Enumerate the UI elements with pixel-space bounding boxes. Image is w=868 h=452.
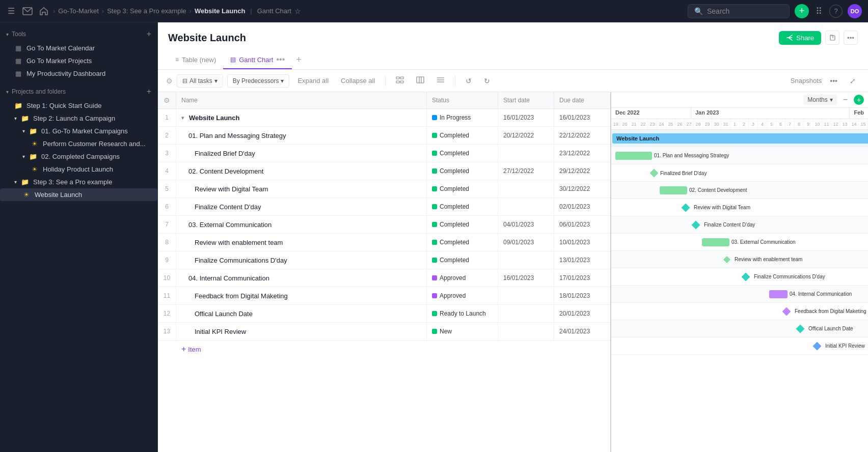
filter-icon: ⊟ [182,77,187,84]
breadcrumb-website-launch[interactable]: Website Launch [195,7,245,15]
sidebar-item-perform-research[interactable]: ☀ Perform Customer Research and... [0,137,157,150]
tools-add-icon[interactable]: + [147,30,151,39]
row-status-8: Completed [427,234,498,251]
status-dot-12 [432,311,437,316]
launch-campaign-chevron: ▾ [14,116,17,121]
add-item-row[interactable]: + Item [158,341,610,358]
row-name-6[interactable]: Finalize Content D'day [176,198,427,215]
favorite-icon[interactable]: ☆ [294,7,301,15]
add-button[interactable]: + [795,4,809,18]
row-name-1[interactable]: ▾ Website Launch [176,109,427,126]
table-row: 7 03. External Communication Completed 0… [158,216,610,234]
breadcrumb-gantt[interactable]: Gantt Chart [257,7,291,15]
zoom-out-button[interactable]: − [841,94,850,105]
search-bar[interactable]: 🔍 Search [688,4,790,18]
predecessor-button[interactable]: By Predecessors ▾ [227,74,290,88]
copy-icon-button[interactable] [825,31,839,45]
gantt-day: 23 [648,119,657,129]
sidebar-item-my-productivity[interactable]: ▦ My Productivity Dashboard [0,67,157,80]
sidebar-item-launch-campaign[interactable]: ▾ 📁 Step 2: Launch a Campaign [0,112,157,125]
mail-icon[interactable] [20,6,35,16]
row-name-4[interactable]: 02. Content Development [176,162,427,180]
row-name-13[interactable]: Initial KPI Review [176,323,427,340]
gantt-row-review-enablement: Review with enablement team [723,256,802,263]
sidebar-item-label: Perform Customer Research and... [43,140,151,148]
help-icon[interactable]: ? [829,5,843,18]
redo-button[interactable]: ↻ [480,74,494,88]
gantt-row-11: Feedback from Digital Maketing [611,303,868,320]
share-button[interactable]: Share [779,31,821,45]
sidebar-item-go-to-market-calendar[interactable]: ▦ Go To Market Calendar [0,42,157,54]
row-name-9[interactable]: Finalize Communications D'day [176,251,427,269]
projects-label: Projects and folders [12,88,66,95]
projects-add-icon[interactable]: + [147,87,151,96]
row-name-2[interactable]: 01. Plan and Messaging Strategy [176,127,427,144]
status-dot-6 [432,204,437,209]
gantt-row-finalize-comms: Finalize Communications D'day [743,274,825,280]
row-start-11 [498,287,554,304]
sidebar-item-completed-campaigns[interactable]: ▾ 📁 02. Completed Campaigns [0,150,157,163]
gantt-bar-internal-comm [769,290,788,298]
see-pro-chevron: ▾ [14,179,17,185]
projects-section-header[interactable]: ▾ Projects and folders + [0,84,157,99]
zoom-in-button[interactable]: + [854,95,864,105]
table-row: 10 04. Internal Communication Approved 1… [158,269,610,287]
row-start-12 [498,305,554,322]
columns-icon-button[interactable] [412,74,428,88]
more-options-button[interactable]: ••• [844,31,858,45]
fullscreen-button[interactable]: ⤢ [846,74,860,88]
collapse-all-button[interactable]: Collapse all [337,75,379,87]
gantt-day: 3 [749,119,758,129]
sidebar-item-goto-market-campaigns[interactable]: ▾ 📁 01. Go-To Market Campaigns [0,125,157,137]
row-height-button[interactable] [432,74,449,88]
tabs: ≡ Table (new) ▤ Gantt Chart ••• + [168,51,858,69]
row-name-3[interactable]: Finalized Brief D'day [176,145,427,162]
snapshots-label[interactable]: Snapshots [791,77,822,84]
tab-gantt[interactable]: ▤ Gantt Chart ••• [223,51,292,69]
sun-icon-holiday: ☀ [31,165,39,173]
sidebar-item-go-to-market-projects[interactable]: ▦ Go To Market Projects [0,54,157,67]
settings-icon[interactable]: ⚙ [166,77,173,85]
row-name-10[interactable]: 04. Internal Communication [176,269,427,287]
row-due-6: 02/01/2023 [554,198,610,215]
menu-icon[interactable]: ☰ [6,6,16,16]
breadcrumb-goto-market[interactable]: Go-To-Market [58,7,98,15]
gantt-row-review-digital: Review with Digital Team [683,205,750,211]
main-header: Website Launch Share ••• ≡ Table (new) [158,22,868,70]
row-name-7[interactable]: 03. External Communication [176,216,427,233]
row-num-9: 9 [158,251,176,269]
home-icon[interactable] [39,6,49,16]
row-num-10: 10 [158,269,176,287]
row-due-9: 13/01/2023 [554,251,610,269]
tab-table[interactable]: ≡ Table (new) [168,52,223,69]
tab-gantt-dots[interactable]: ••• [276,55,285,64]
row-name-8[interactable]: Review with enablement team [176,234,427,251]
status-dot-2 [432,133,437,138]
sidebar-item-see-pro[interactable]: ▾ 📁 Step 3: See a Pro example [0,176,157,188]
sidebar-item-holiday-launch[interactable]: ☀ Holiday Product Launch [0,163,157,176]
row-name-11[interactable]: Feedback from Digital Maketing [176,287,427,304]
tab-add-button[interactable]: + [292,54,306,65]
toolbar-more-button[interactable]: ••• [826,74,842,88]
sidebar-item-label: My Productivity Dashboard [26,70,151,77]
expand-arrow-1[interactable]: ▾ [181,115,184,121]
gantt-bar-external-comm [702,238,729,246]
gantt-row-9: Finalize Communications D'day [611,268,868,286]
sidebar-item-quick-start[interactable]: 📁 Step 1: Quick Start Guide [0,99,157,112]
gantt-day: 10 [813,119,822,129]
group-icon-button[interactable] [392,74,408,88]
apps-icon[interactable]: ⠿ [814,6,824,16]
row-name-5[interactable]: Review with Digital Team [176,180,427,197]
avatar[interactable]: DO [848,4,862,18]
tools-section-header[interactable]: ▾ Tools + [0,26,157,42]
row-name-12[interactable]: Offical Launch Date [176,305,427,322]
tab-gantt-label: Gantt Chart [239,56,273,64]
months-selector[interactable]: Months ▾ [803,95,836,105]
table-row: 9 Finalize Communications D'day Complete… [158,251,610,269]
undo-button[interactable]: ↺ [462,74,476,88]
filter-button[interactable]: ⊟ All tasks ▾ [177,74,223,88]
expand-all-button[interactable]: Expand all [293,75,333,87]
breadcrumb-step3[interactable]: Step 3: See a Pro example [107,7,186,15]
col-settings-icon[interactable]: ⚙ [164,96,170,104]
sidebar-item-website-launch[interactable]: ☀ Website Launch [0,188,157,201]
